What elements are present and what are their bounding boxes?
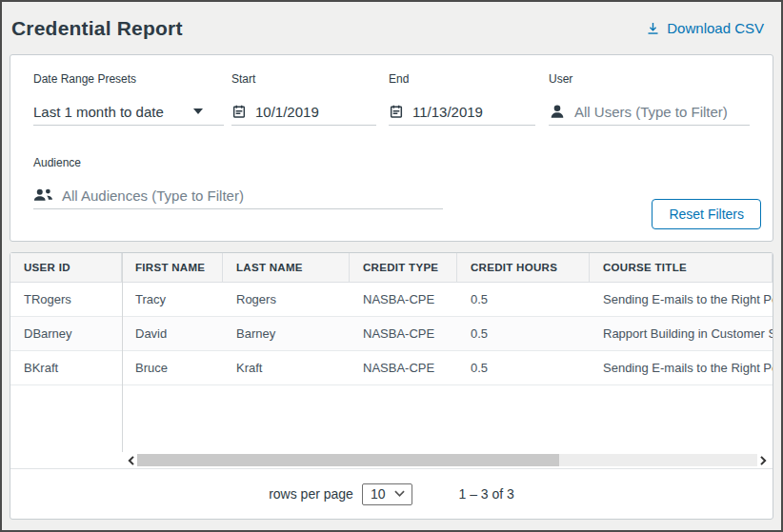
column-header-credit-hours[interactable]: CREDIT HOURS [457, 253, 590, 282]
date-range-presets-label: Date Range Presets [33, 72, 224, 86]
cell-first-name: David [122, 326, 223, 341]
pagination-range: 1 – 3 of 3 [458, 486, 513, 502]
cell-last-name: Rogers [223, 292, 350, 306]
cell-credit-hours: 0.5 [457, 326, 590, 341]
horizontal-scrollbar-row [10, 452, 773, 469]
top-bar: Credential Report Download CSV [2, 2, 781, 54]
cell-credit-hours: 0.5 [457, 292, 590, 306]
cell-first-name: Bruce [122, 361, 223, 375]
start-date-input[interactable]: 10/1/2019 [231, 98, 376, 126]
column-header-course-title[interactable]: COURSE TITLE [590, 253, 773, 282]
end-date-label: End [389, 72, 535, 86]
page-title: Credential Report [11, 17, 183, 40]
horizontal-scrollbar[interactable] [122, 452, 773, 468]
cell-credit-type: NASBA-CPE [350, 292, 457, 306]
end-date-field: End 11/13/2019 [389, 72, 535, 126]
cell-first-name: Tracy [122, 292, 223, 306]
table-header-row: USER ID FIRST NAME LAST NAME CREDIT TYPE… [10, 253, 773, 283]
rows-per-page-select[interactable]: 10 [362, 483, 413, 505]
scrollbar-track[interactable] [137, 454, 757, 466]
cell-user-id: BKraft [10, 361, 122, 375]
cell-user-id: TRogers [10, 292, 122, 306]
rows-per-page-label: rows per page [269, 486, 353, 502]
cell-course-title: Rapport Building in Customer S... [590, 326, 773, 341]
date-range-presets-select[interactable]: Last 1 month to date [33, 98, 224, 126]
audience-filter-placeholder: All Audiences (Type to Filter) [62, 187, 244, 204]
column-header-credit-type[interactable]: CREDIT TYPE [350, 253, 457, 282]
audience-filter-label: Audience [33, 156, 443, 169]
date-range-presets-field: Date Range Presets Last 1 month to date [33, 72, 224, 126]
end-date-value: 11/13/2019 [412, 104, 483, 120]
start-date-label: Start [231, 72, 376, 86]
table-empty-area [10, 385, 773, 452]
caret-down-icon [193, 108, 203, 114]
audience-filter-input[interactable]: All Audiences (Type to Filter) [33, 182, 443, 209]
download-csv-label: Download CSV [667, 20, 764, 36]
column-header-user-id[interactable]: USER ID [10, 253, 122, 282]
cell-last-name: Kraft [223, 361, 350, 375]
scroll-right-arrow[interactable] [757, 454, 770, 467]
start-date-value: 10/1/2019 [255, 104, 319, 120]
download-icon [646, 21, 660, 36]
pagination-bar: rows per page 10 1 – 3 of 3 [10, 469, 773, 519]
report-table-panel: USER ID FIRST NAME LAST NAME CREDIT TYPE… [10, 252, 773, 520]
filter-panel: Date Range Presets Last 1 month to date … [10, 54, 773, 242]
user-filter-input[interactable]: All Users (Type to Filter) [549, 98, 750, 126]
cell-credit-type: NASBA-CPE [350, 361, 457, 375]
download-csv-link[interactable]: Download CSV [646, 20, 764, 36]
reset-filters-button[interactable]: Reset Filters [652, 199, 761, 229]
table-row[interactable]: TRogers Tracy Rogers NASBA-CPE 0.5 Sendi… [10, 283, 773, 317]
credential-report-window: Credential Report Download CSV Date Rang… [0, 0, 783, 532]
audience-filter-field: Audience All Audiences (Type to Filter) [33, 156, 443, 209]
audience-group-icon [33, 187, 53, 203]
table-body: TRogers Tracy Rogers NASBA-CPE 0.5 Sendi… [10, 283, 773, 385]
rows-per-page-value: 10 [371, 486, 386, 502]
date-range-presets-value: Last 1 month to date [33, 104, 164, 120]
column-header-first-name[interactable]: FIRST NAME [122, 253, 223, 282]
filter-row-2: Audience All Audiences (Type to Filter) [33, 156, 750, 209]
cell-credit-type: NASBA-CPE [350, 326, 457, 341]
start-date-field: Start 10/1/2019 [231, 72, 376, 126]
calendar-icon [389, 104, 404, 119]
column-header-last-name[interactable]: LAST NAME [223, 253, 350, 282]
chevron-down-icon [394, 490, 405, 497]
table-row[interactable]: DBarney David Barney NASBA-CPE 0.5 Rappo… [10, 317, 773, 351]
user-filter-placeholder: All Users (Type to Filter) [574, 104, 728, 120]
cell-course-title: Sending E-mails to the Right Pe... [590, 361, 773, 375]
cell-credit-hours: 0.5 [457, 361, 590, 375]
scroll-left-arrow[interactable] [125, 454, 137, 467]
user-filter-label: User [549, 72, 750, 86]
end-date-input[interactable]: 11/13/2019 [389, 98, 535, 126]
filter-row-1: Date Range Presets Last 1 month to date … [33, 72, 750, 126]
user-filter-field: User All Users (Type to Filter) [549, 72, 750, 126]
cell-last-name: Barney [223, 326, 350, 341]
cell-user-id: DBarney [10, 326, 122, 341]
scrollbar-thumb[interactable] [137, 454, 559, 466]
calendar-icon [231, 104, 247, 119]
table-row[interactable]: BKraft Bruce Kraft NASBA-CPE 0.5 Sending… [10, 351, 773, 385]
cell-course-title: Sending E-mails to the Right Pe... [590, 292, 773, 306]
user-icon [549, 103, 566, 120]
